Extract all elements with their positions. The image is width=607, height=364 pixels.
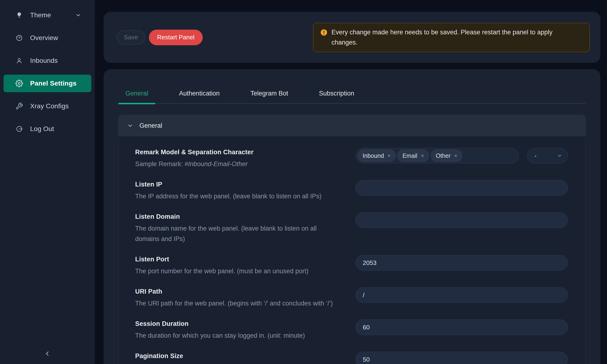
listen-ip-input[interactable]	[356, 180, 568, 196]
sidebar-item-label: Xray Configs	[30, 102, 69, 110]
tag-remove-icon[interactable]	[453, 153, 458, 158]
listen-port-input[interactable]	[356, 255, 568, 271]
sidebar-item-theme[interactable]: Theme	[3, 6, 91, 24]
form-row-pagination-size: Pagination Size	[135, 352, 568, 364]
uri-path-input[interactable]	[356, 287, 568, 303]
gauge-icon	[15, 34, 23, 42]
warning-icon	[320, 29, 328, 36]
remark-model-multiselect[interactable]: Inbound Email Other	[356, 148, 519, 164]
sidebar-item-label: Theme	[30, 11, 51, 19]
general-collapse-panel: General Remark Model & Separation Charac…	[118, 115, 586, 364]
remark-tag: Other	[431, 150, 462, 162]
separator-select[interactable]: -	[527, 148, 568, 164]
field-description: The domain name for the web panel. (leav…	[135, 223, 337, 244]
sidebar-collapse-button[interactable]	[42, 348, 53, 359]
toolbar-card: Save Restart Panel Every change made her…	[104, 12, 600, 63]
field-label: Listen Port	[135, 255, 346, 263]
field-description: The IP address for the web panel. (leave…	[135, 191, 337, 201]
field-label: Listen Domain	[135, 212, 346, 221]
app-root: Theme Overview Inbounds	[0, 0, 607, 364]
tab-general[interactable]: General	[118, 89, 155, 103]
general-panel-body: Remark Model & Separation Character Samp…	[119, 136, 585, 364]
sidebar-item-log-out[interactable]: Log Out	[3, 120, 91, 138]
tab-telegram-bot[interactable]: Telegram Bot	[243, 89, 295, 103]
field-label: Session Duration	[135, 319, 346, 328]
sidebar-item-panel-settings[interactable]: Panel Settings	[3, 75, 91, 92]
tag-label: Inbound	[363, 152, 384, 159]
main-area: Save Restart Panel Every change made her…	[95, 0, 607, 364]
sample-remark-prefix: Sample Remark:	[135, 160, 185, 168]
tab-subscription[interactable]: Subscription	[312, 89, 361, 103]
remark-tag: Inbound	[357, 150, 396, 162]
sample-remark-value: #Inbound-Email-Other	[185, 160, 248, 168]
restart-warning-alert: Every change made here needs to be saved…	[313, 23, 590, 52]
wrench-icon	[15, 102, 23, 110]
restart-panel-button[interactable]: Restart Panel	[149, 30, 203, 45]
form-row-listen-domain: Listen Domain The domain name for the we…	[135, 212, 568, 244]
pagination-size-input[interactable]	[356, 352, 568, 364]
form-row-remark-model: Remark Model & Separation Character Samp…	[135, 148, 568, 169]
tag-label: Other	[436, 152, 451, 159]
tag-label: Email	[402, 152, 417, 159]
logout-icon	[15, 125, 23, 133]
settings-tabs: General Authentication Telegram Bot Subs…	[118, 89, 586, 104]
separator-value: -	[534, 152, 537, 159]
form-row-listen-port: Listen Port The port number for the web …	[135, 255, 568, 276]
bulb-icon	[15, 11, 23, 19]
sidebar-item-label: Inbounds	[30, 57, 58, 65]
field-description: Sample Remark: #Inbound-Email-Other	[135, 159, 337, 169]
field-description: The URI path for the web panel. (begins …	[135, 298, 337, 309]
form-row-session-duration: Session Duration The duration for which …	[135, 319, 568, 341]
sidebar-item-label: Overview	[30, 34, 58, 42]
panel-title: General	[139, 122, 162, 130]
general-panel-header[interactable]: General	[119, 115, 585, 136]
field-label: Remark Model & Separation Character	[135, 148, 346, 156]
alert-message: Every change made here needs to be saved…	[331, 27, 564, 48]
form-row-listen-ip: Listen IP The IP address for the web pan…	[135, 180, 568, 201]
settings-card: General Authentication Telegram Bot Subs…	[104, 69, 600, 364]
tag-remove-icon[interactable]	[420, 153, 425, 158]
sidebar-item-label: Log Out	[30, 125, 54, 133]
remark-tag: Email	[397, 150, 429, 162]
chevron-down-icon	[557, 153, 562, 158]
form-row-uri-path: URI Path The URI path for the web panel.…	[135, 287, 568, 309]
listen-domain-input[interactable]	[356, 212, 568, 228]
tag-remove-icon[interactable]	[387, 153, 392, 158]
field-description: The port number for the web panel. (must…	[135, 266, 337, 276]
user-icon	[15, 57, 23, 65]
field-description: The duration for which you can stay logg…	[135, 330, 337, 341]
sidebar-item-inbounds[interactable]: Inbounds	[3, 52, 91, 69]
field-label: URI Path	[135, 287, 346, 296]
session-duration-input[interactable]	[356, 319, 568, 335]
sidebar-item-overview[interactable]: Overview	[3, 29, 91, 47]
chevron-down-icon	[75, 12, 81, 18]
chevron-down-icon	[127, 122, 133, 129]
sidebar: Theme Overview Inbounds	[0, 0, 95, 364]
sidebar-item-label: Panel Settings	[30, 80, 77, 87]
sidebar-item-xray-configs[interactable]: Xray Configs	[3, 97, 91, 115]
tab-authentication[interactable]: Authentication	[172, 89, 227, 103]
save-button[interactable]: Save	[117, 30, 145, 45]
field-label: Listen IP	[135, 180, 346, 189]
chevron-left-icon	[44, 350, 51, 357]
field-label: Pagination Size	[135, 352, 346, 360]
gear-icon	[15, 80, 23, 87]
